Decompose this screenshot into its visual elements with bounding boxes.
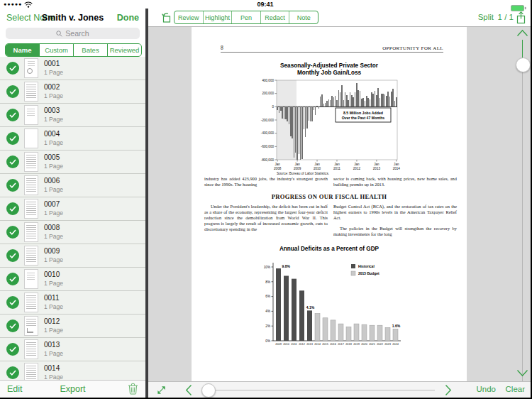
doc-page-count: 1 Page: [44, 186, 63, 193]
selected-checkmark-icon[interactable]: [6, 249, 19, 262]
selected-checkmark-icon[interactable]: [6, 85, 19, 98]
sidebar-footer: Edit Export: [0, 380, 145, 398]
page-slider-track[interactable]: [215, 390, 435, 390]
list-item[interactable]: 00031 Page: [0, 104, 145, 127]
svg-text:2018: 2018: [345, 342, 352, 346]
list-item[interactable]: 00141 Page: [0, 361, 145, 381]
search-input[interactable]: Search: [6, 28, 140, 39]
list-item[interactable]: 00101 Page: [0, 268, 145, 291]
document-page[interactable]: 8 OPPORTUNITY FOR ALL Seasonally-Adjuste…: [192, 27, 467, 381]
list-item[interactable]: 00041 Page: [0, 127, 145, 151]
note-button[interactable]: Note: [289, 11, 318, 23]
page-slider-thumb[interactable]: [201, 383, 216, 398]
rotate-page-button[interactable]: [160, 11, 172, 27]
next-page-button[interactable]: [445, 384, 452, 396]
list-item[interactable]: 00061 Page: [0, 174, 145, 197]
tab-bates[interactable]: Bates: [74, 44, 108, 56]
selected-checkmark-icon[interactable]: [6, 343, 19, 356]
svg-text:Historical: Historical: [358, 264, 375, 268]
svg-text:2015 Budget: 2015 Budget: [358, 271, 379, 275]
previous-page-button[interactable]: [185, 384, 192, 396]
list-item[interactable]: 00111 Page: [0, 291, 145, 315]
selected-checkmark-icon[interactable]: [6, 109, 19, 121]
selected-checkmark-icon[interactable]: [6, 132, 19, 145]
annotation-toolbar: ReviewHighlightPenRedactNote Split 1 / 1: [148, 9, 531, 27]
svg-text:-600,000: -600,000: [261, 145, 275, 148]
svg-text:0%: 0%: [265, 339, 270, 343]
svg-text:2011: 2011: [333, 167, 340, 170]
doc-name: 0011: [44, 294, 60, 302]
doc-name: 0003: [44, 106, 60, 114]
app-window: ●●●●● 09:41 Select None Smith v. Jones D…: [0, 0, 531, 398]
svg-text:0: 0: [272, 105, 274, 109]
doc-thumbnail: [24, 269, 38, 289]
doc-thumbnail: [24, 105, 38, 125]
vertical-scroll-track[interactable]: [522, 40, 523, 381]
doc-page-count: 1 Page: [44, 69, 63, 76]
selected-checkmark-icon[interactable]: [6, 179, 19, 192]
list-item[interactable]: 00131 Page: [0, 338, 145, 361]
list-item[interactable]: 00011 Page: [0, 57, 145, 80]
svg-text:-800,000: -800,000: [261, 158, 275, 162]
list-item[interactable]: 00051 Page: [0, 151, 145, 174]
document-list[interactable]: 00011 Page00021 Page00031 Page00041 Page…: [0, 57, 145, 381]
page-viewport[interactable]: 8 OPPORTUNITY FOR ALL Seasonally-Adjuste…: [148, 27, 531, 381]
selected-checkmark-icon[interactable]: [6, 155, 19, 168]
svg-text:2012: 2012: [353, 167, 361, 170]
clear-button[interactable]: Clear: [506, 385, 525, 393]
selected-checkmark-icon[interactable]: [6, 273, 19, 285]
deficit-chart-title: Annual Deficits as a Percent of GDP: [192, 246, 467, 253]
vertical-scroll-thumb[interactable]: [516, 58, 531, 72]
scroll-up-button[interactable]: [516, 29, 528, 37]
svg-text:Jan: Jan: [374, 163, 379, 166]
svg-text:2011: 2011: [291, 342, 297, 346]
list-item[interactable]: 00121 Page: [0, 315, 145, 338]
fullscreen-button[interactable]: [156, 385, 167, 398]
svg-text:Jan: Jan: [275, 163, 280, 166]
svg-text:2021: 2021: [369, 342, 375, 346]
svg-text:8.5 Million Jobs Added: 8.5 Million Jobs Added: [343, 111, 383, 115]
selected-checkmark-icon[interactable]: [6, 319, 19, 332]
svg-text:2%: 2%: [265, 324, 270, 328]
doc-page-count: 1 Page: [44, 233, 63, 240]
selected-checkmark-icon[interactable]: [6, 202, 19, 215]
svg-text:2020: 2020: [361, 342, 367, 346]
doc-page-count: 1 Page: [44, 303, 63, 310]
list-item[interactable]: 00091 Page: [0, 244, 145, 268]
trash-button[interactable]: [128, 383, 138, 398]
selected-checkmark-icon[interactable]: [6, 366, 19, 379]
highlight-button[interactable]: Highlight: [204, 11, 233, 23]
undo-button[interactable]: Undo: [477, 385, 497, 393]
selected-checkmark-icon[interactable]: [6, 296, 19, 309]
svg-text:Jan: Jan: [294, 163, 300, 166]
export-button[interactable]: Export: [0, 384, 145, 394]
svg-text:Jan: Jan: [334, 163, 340, 166]
doc-thumbnail: [24, 363, 38, 381]
tab-reviewed[interactable]: Reviewed: [108, 44, 141, 56]
done-button[interactable]: Done: [117, 13, 139, 23]
split-button[interactable]: Split: [478, 13, 494, 21]
doc-name: 0008: [44, 224, 60, 231]
jobs-chart-title: Seasonally-Adjusted Private Sector Month…: [192, 62, 467, 77]
svg-text:2013: 2013: [306, 342, 313, 346]
redact-button[interactable]: Redact: [261, 11, 290, 23]
tab-name[interactable]: Name: [6, 44, 40, 56]
doc-page-count: 1 Page: [44, 256, 63, 263]
list-item[interactable]: 00021 Page: [0, 80, 145, 104]
tab-custom[interactable]: Custom: [40, 44, 74, 56]
svg-text:Jan: Jan: [354, 163, 360, 166]
svg-text:2013: 2013: [373, 167, 381, 170]
document-pane: ReviewHighlightPenRedactNote Split 1 / 1…: [148, 9, 531, 398]
doc-name: 0007: [44, 200, 60, 208]
trash-icon: [128, 383, 138, 395]
scroll-down-button[interactable]: [516, 369, 528, 377]
svg-text:8%: 8%: [265, 280, 270, 284]
review-button[interactable]: Review: [174, 11, 204, 23]
section-heading: PROGRESS ON OUR FISCAL HEALTH: [192, 193, 467, 200]
list-item[interactable]: 00071 Page: [0, 197, 145, 221]
pen-button[interactable]: Pen: [232, 11, 261, 23]
list-item[interactable]: 00081 Page: [0, 221, 145, 244]
selected-checkmark-icon[interactable]: [6, 226, 19, 239]
selected-checkmark-icon[interactable]: [6, 62, 19, 75]
doc-page-count: 1 Page: [44, 163, 63, 170]
